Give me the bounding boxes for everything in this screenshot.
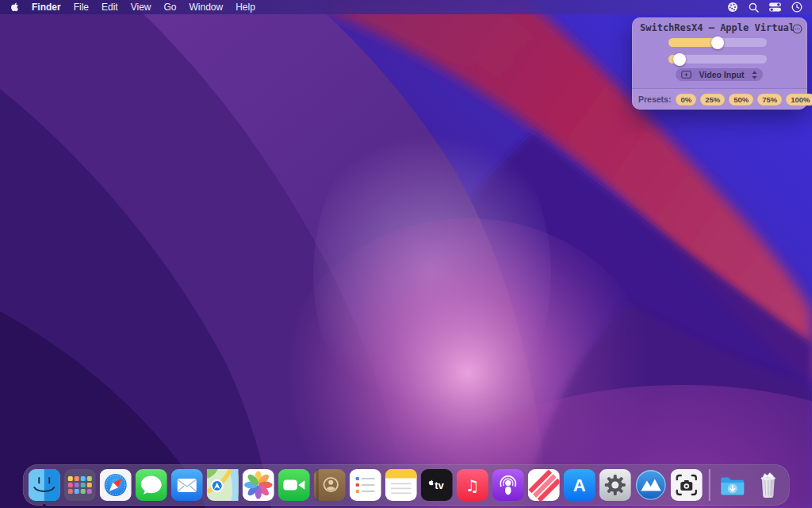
dock-item-maps[interactable] — [207, 469, 239, 501]
dock-item-safari[interactable] — [100, 469, 132, 501]
bottom-slider[interactable] — [668, 55, 767, 64]
menu-help[interactable]: Help — [236, 0, 255, 14]
dock-item-screenshot[interactable] — [671, 469, 703, 501]
clock-icon[interactable] — [791, 0, 802, 14]
presets-section: Presets: 0% 25% 50% 75% 100% — [632, 88, 807, 110]
finder-icon — [29, 469, 60, 501]
menu-go[interactable]: Go — [164, 0, 177, 14]
screenshot-icon — [671, 469, 703, 501]
dock-item-notes[interactable] — [385, 469, 417, 501]
dock-item-tv[interactable]: tv — [421, 469, 453, 501]
preset-0-button[interactable]: 0% — [676, 94, 696, 106]
preset-100-button[interactable]: 100% — [786, 94, 812, 106]
panel-title: SwitchResX4 — Apple Virtual — [640, 22, 788, 33]
notes-icon — [385, 469, 417, 501]
dotted-sphere-icon[interactable] — [727, 0, 738, 14]
spotlight-icon[interactable] — [749, 0, 759, 14]
dock-item-podcasts[interactable] — [492, 469, 524, 501]
menu-window[interactable]: Window — [190, 0, 224, 14]
dock: tv ♫ — [23, 464, 790, 506]
mail-icon — [171, 469, 203, 501]
dock-item-contacts[interactable] — [314, 469, 346, 501]
preset-50-button[interactable]: 50% — [729, 94, 753, 106]
svg-text:A: A — [573, 475, 586, 495]
apple-menu-icon[interactable] — [10, 0, 19, 14]
presets-label: Presets: — [638, 94, 671, 104]
dock-item-finder[interactable] — [29, 469, 60, 501]
svg-text:tv: tv — [435, 479, 444, 491]
app-store-icon: A — [564, 469, 596, 501]
dock-item-launchpad[interactable] — [64, 469, 96, 501]
maps-icon — [207, 469, 239, 501]
dock-item-switchresx[interactable] — [635, 469, 667, 501]
dock-item-facetime[interactable] — [278, 469, 310, 501]
top-slider-fill — [668, 38, 718, 47]
switchresx-panel: SwitchResX4 — Apple Virtual Video Input … — [632, 17, 807, 110]
svg-text:♫: ♫ — [465, 476, 480, 495]
photos-icon — [243, 469, 274, 501]
music-icon: ♫ — [457, 469, 488, 501]
messages-icon — [136, 469, 167, 501]
control-center-icon[interactable] — [769, 0, 781, 14]
finder-running-indicator — [43, 504, 46, 507]
dock-item-reminders[interactable] — [350, 469, 381, 501]
menu-edit[interactable]: Edit — [102, 0, 118, 14]
trash-full-icon — [752, 469, 783, 501]
dock-item-downloads[interactable] — [716, 469, 748, 501]
dock-separator — [709, 469, 710, 501]
dock-item-messages[interactable] — [136, 469, 167, 501]
menu-app-finder[interactable]: Finder — [32, 0, 61, 14]
dock-item-trash[interactable] — [752, 469, 783, 501]
top-slider[interactable] — [668, 38, 767, 47]
dock-item-mail[interactable] — [171, 469, 203, 501]
dock-item-photos[interactable] — [243, 469, 274, 501]
launchpad-icon — [64, 469, 96, 501]
podcasts-icon — [492, 469, 524, 501]
preset-25-button[interactable]: 25% — [700, 94, 725, 106]
menu-file[interactable]: File — [74, 0, 89, 14]
top-slider-knob[interactable] — [711, 37, 724, 49]
menu-view[interactable]: View — [131, 0, 151, 14]
contacts-icon — [314, 469, 346, 501]
dock-item-news[interactable] — [528, 469, 560, 501]
dock-item-app-store[interactable]: A — [564, 469, 596, 501]
up-down-chevron-icon — [752, 71, 757, 79]
menu-bar: Finder File Edit View Go Window Help — [0, 0, 812, 14]
video-input-dropdown[interactable]: Video Input — [676, 68, 763, 81]
panel-options-icon[interactable] — [792, 23, 802, 33]
news-icon — [528, 469, 560, 501]
dock-item-music[interactable]: ♫ — [457, 469, 488, 501]
reminders-icon — [350, 469, 381, 501]
facetime-icon — [278, 469, 310, 501]
downloads-folder-icon — [716, 469, 748, 501]
preset-75-button[interactable]: 75% — [757, 94, 782, 106]
bottom-slider-knob[interactable] — [673, 53, 686, 66]
dropdown-label: Video Input — [695, 70, 748, 79]
safari-icon — [100, 469, 132, 501]
display-input-icon — [681, 71, 691, 79]
dock-item-system-preferences[interactable] — [599, 469, 631, 501]
apple-tv-icon: tv — [421, 469, 453, 501]
switchresx-app-icon — [635, 469, 667, 501]
system-preferences-icon — [599, 469, 631, 501]
